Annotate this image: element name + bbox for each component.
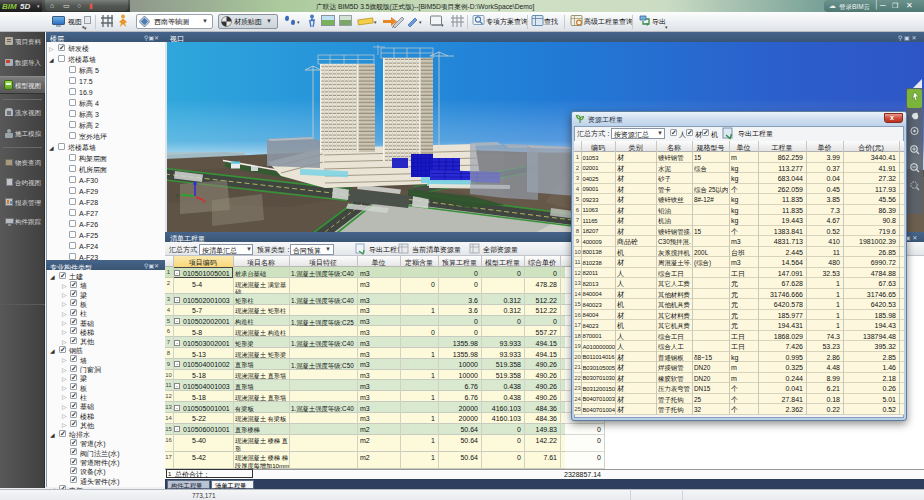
svg-text:Y: Y <box>175 193 179 199</box>
